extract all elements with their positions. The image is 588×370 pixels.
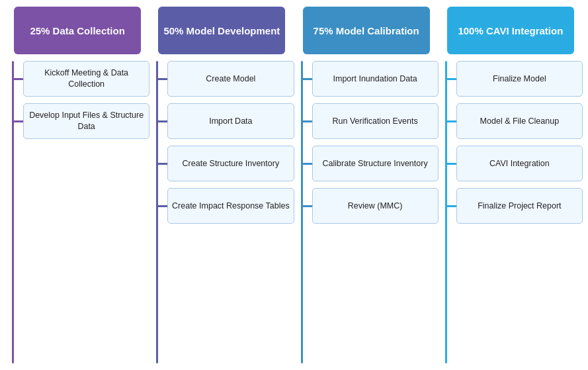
col3-item-1: Run Verification Events [312, 103, 439, 139]
list-item: Import Data [158, 103, 294, 139]
col3-item-0: Import Inundation Data [312, 61, 439, 97]
col4-hbar-3 [447, 205, 456, 207]
col3-hbar-3 [303, 205, 312, 207]
column-col1: 25% Data CollectionKickoff Meeting & Dat… [5, 7, 149, 363]
col2-hbar-0 [158, 78, 167, 80]
col3-header: 75% Model Calibration [303, 7, 430, 54]
col2-item-3: Create Impact Response Tables [167, 188, 294, 224]
list-item: CAVI Integration [447, 146, 583, 181]
col4-item-2: CAVI Integration [456, 146, 583, 181]
col2-item-1: Import Data [167, 103, 294, 139]
list-item: Import Inundation Data [303, 61, 439, 97]
col3-item-2: Calibrate Structure Inventory [312, 146, 439, 181]
col4-header: 100% CAVI Integration [447, 7, 574, 54]
col1-vline [12, 61, 14, 363]
list-item: Kickoff Meeting & Data Collection [14, 61, 149, 97]
list-item: Develop Input Files & Structure Data [14, 103, 149, 139]
list-item: Finalize Project Report [447, 188, 583, 224]
list-item: Create Structure Inventory [158, 146, 294, 181]
col1-item-1: Develop Input Files & Structure Data [23, 103, 149, 139]
col1-hbar-1 [14, 120, 23, 122]
col3-vline [301, 61, 303, 363]
col4-hbar-0 [447, 78, 456, 80]
col4-item-0: Finalize Model [456, 61, 583, 97]
list-item: Model & File Cleanup [447, 103, 583, 139]
col3-hbar-2 [303, 163, 312, 165]
col2-hbar-1 [158, 120, 167, 122]
col3-hbar-1 [303, 120, 312, 122]
list-item: Create Impact Response Tables [158, 188, 294, 224]
col3-hbar-0 [303, 78, 312, 80]
col4-item-3: Finalize Project Report [456, 188, 583, 224]
col4-hbar-2 [447, 163, 456, 165]
list-item: Run Verification Events [303, 103, 439, 139]
col2-vline [156, 61, 158, 363]
col4-item-1: Model & File Cleanup [456, 103, 583, 139]
col1-item-0: Kickoff Meeting & Data Collection [23, 61, 149, 97]
col3-item-3: Review (MMC) [312, 188, 439, 224]
col2-header: 50% Model Development [158, 7, 285, 54]
col2-item-0: Create Model [167, 61, 294, 97]
col2-item-2: Create Structure Inventory [167, 146, 294, 181]
column-col4: 100% CAVI IntegrationFinalize ModelModel… [439, 7, 583, 363]
list-item: Calibrate Structure Inventory [303, 146, 439, 181]
column-col2: 50% Model DevelopmentCreate ModelImport … [149, 7, 294, 363]
col2-hbar-2 [158, 163, 167, 165]
col4-hbar-1 [447, 120, 456, 122]
list-item: Finalize Model [447, 61, 583, 97]
list-item: Review (MMC) [303, 188, 439, 224]
column-col3: 75% Model CalibrationImport Inundation D… [294, 7, 439, 363]
diagram: 25% Data CollectionKickoff Meeting & Dat… [0, 0, 588, 370]
col1-hbar-0 [14, 78, 23, 80]
list-item: Create Model [158, 61, 294, 97]
col1-header: 25% Data Collection [14, 7, 141, 54]
col2-hbar-3 [158, 205, 167, 207]
col4-vline [445, 61, 447, 363]
